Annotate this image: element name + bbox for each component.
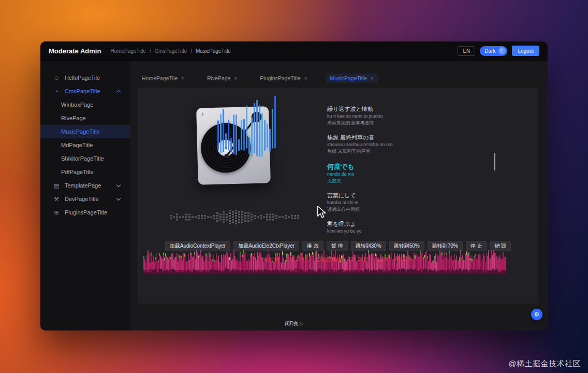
sidebar-item-winboxpage[interactable]: WinboxPage [40,98,130,111]
main-area: HomePageTile × RivePage × PluginsPageTit… [130,61,548,331]
lyric-line-romaji: ku ri kae su nami to joudou [327,113,498,120]
sidebar-item-devpagetitle[interactable]: ⚒ DevPageTitle [40,192,130,206]
seek-30-button[interactable]: 跳转到30% [351,241,386,251]
lyric-line-jp: 何度でも [327,162,498,171]
sidebar-item-label: RivePage [61,115,86,121]
total-duration: 总时长： 289.35秒 [264,256,307,263]
sidebar-item-rivepage[interactable]: RivePage [40,111,130,125]
template-icon: ▤ [53,182,60,189]
settings-gear-button[interactable]: ⚙ [531,309,542,320]
sidebar-item-label: WinboxPage [61,102,93,108]
sidebar-item-label: TemplatePage [65,182,101,189]
lyric-line-romaji: shousou saishuu re'ssha no oto [327,141,498,148]
tab-homepagetile[interactable]: HomePageTile × [138,74,188,83]
lyric-line-jp: 焦燥 最終列車の音 [327,134,498,141]
lyric-line-cn: 诉诸出心中所想 [327,206,498,213]
close-icon[interactable]: × [234,76,237,81]
window-header: Moderate Admin HomePageTitle / CmsPageTi… [40,41,548,61]
close-icon[interactable]: × [371,76,374,81]
watermark: @稀土掘金技术社区 [508,359,581,369]
seek-70-button[interactable]: 跳转到70% [428,241,463,251]
app-title: Moderate Admin [49,47,101,55]
lyric-line-cn: 周而复始的浪涛与激情 [327,120,498,126]
lyric-line-jp: 言葉にして [327,192,498,199]
sidebar-item-pdfpagetitle[interactable]: PdfPageTitle [40,165,130,179]
tab-musicpagetitle[interactable]: MusicPageTitle × [326,74,378,83]
admin-window: Moderate Admin HomePageTitle / CmsPageTi… [40,41,548,331]
tab-bar: HomePageTile × RivePage × PluginsPageTit… [130,72,548,84]
audio-spectrum-overlay [216,90,277,186]
play-button[interactable]: 播 放 [302,241,324,251]
playback-status: 总时长： 289.35秒 当前已播放： 110.31秒 进度： 38.12% [138,256,538,263]
header-actions: EN Dark ☾ Logout [458,46,539,56]
sidebar-item-label: PdfPageTitle [61,169,94,175]
lyric-group: 君を呼ぶよ kimi wo yo bu yo [327,220,498,235]
breadcrumb-item[interactable]: CmsPageTitle [155,48,187,54]
moon-icon: ☾ [498,47,506,54]
breadcrumb-separator: / [190,48,192,54]
sidebar-item-label: MusicPageTitle [61,128,100,135]
lyric-line-romaji: kimi wo yo bu yo [327,228,498,235]
stop-button[interactable]: 停 止 [466,241,487,251]
seek-50-button[interactable]: 跳转到50% [389,241,424,251]
load-audiocontext-button[interactable]: 加载AudioContextPlayer [165,241,230,251]
tab-rivepage[interactable]: RivePage × [203,74,241,83]
dev-icon: ⚒ [53,196,60,203]
breadcrumb: HomePageTitle / CmsPageTitle / MusicPage… [110,48,231,54]
progress-percent: 进度： 38.12% [378,256,412,263]
plugins-icon: ⊞ [53,209,60,216]
sidebar-item-hellopagetile[interactable]: ☺ HelloPageTile [40,71,130,84]
lyric-line-romaji: nando de mo [327,171,498,178]
window-footer-text: 闲D良♨ [285,320,303,327]
sidebar-item-label: HelloPageTile [65,75,100,81]
sidebar-item-templatepage[interactable]: ▤ TemplatePage [40,179,130,192]
sidebar-item-mdpagetitle[interactable]: MdPageTitle [40,138,130,152]
lyrics-panel: 繰り返す波と情動 ku ri kae su nami to joudou 周而复… [327,105,498,242]
cms-icon: ◔ [53,88,60,94]
language-button[interactable]: EN [458,46,475,56]
close-icon[interactable]: × [304,76,307,81]
lyric-group: 言葉にして kotoba ni shi te 诉诸出心中所想 [327,192,498,213]
chevron-down-icon [116,196,121,200]
window-body: ☺ HelloPageTile ◔ CmsPageTitle WinboxPag… [40,61,548,331]
tab-label: RivePage [207,75,231,81]
sidebar-item-label: PluginsPageTitle [65,209,107,216]
sidebar-item-musicpagetitle[interactable]: MusicPageTitle [40,125,130,138]
gear-icon: ⚙ [534,311,540,318]
logout-button[interactable]: Logout [512,46,539,56]
equalizer-visualization [170,208,300,226]
sidebar-item-label: DevPageTitle [65,196,99,202]
lyric-line-cn: 无数次 [327,178,498,184]
load-audioele2ctx-button[interactable]: 加载AudioEle2CtxPlayer [233,241,299,251]
close-icon[interactable]: × [181,76,184,81]
music-player-panel: ♪ 繰り返す波と情動 ku ri kae su nami t [138,88,538,304]
lyrics-scrollbar[interactable] [494,153,495,170]
music-note-icon: ♪ [201,110,204,117]
tab-label: MusicPageTitle [330,75,367,81]
tab-label: HomePageTile [142,75,178,81]
lyric-group: 繰り返す波と情動 ku ri kae su nami to joudou 周而复… [327,105,498,126]
desktop: Moderate Admin HomePageTitle / CmsPageTi… [0,0,588,373]
theme-toggle[interactable]: Dark ☾ [480,46,507,56]
pause-button[interactable]: 暂 停 [327,241,348,251]
sidebar-item-cmspagetitle[interactable]: ◔ CmsPageTitle [40,84,130,98]
destroy-button[interactable]: 销 毁 [490,241,511,251]
lyric-line-cn: 焦躁 末班列车的声音 [327,148,498,155]
player-controls: 加载AudioContextPlayer 加载AudioEle2CtxPlaye… [138,241,538,251]
sidebar-item-label: ShikitorPageTitle [61,155,104,162]
sidebar-item-label: MdPageTitle [61,142,93,148]
lyric-line-jp: 君を呼ぶよ [327,220,498,228]
tab-pluginspagetitle[interactable]: PluginsPageTitle × [256,74,311,83]
chevron-down-icon [116,183,121,187]
lyric-group: 焦燥 最終列車の音 shousou saishuu re'ssha no oto… [327,134,498,155]
chevron-up-icon [116,90,121,94]
sidebar-item-pluginspagetitle[interactable]: ⊞ PluginsPageTitle [40,206,130,219]
lyric-group-active: 何度でも nando de mo 无数次 [327,162,498,184]
lyric-line-jp: 繰り返す波と情動 [327,105,498,113]
tab-label: PluginsPageTitle [260,75,300,81]
lyric-line-romaji: kotoba ni shi te [327,199,498,206]
breadcrumb-separator: / [150,48,151,54]
hello-icon: ☺ [53,75,60,81]
breadcrumb-item[interactable]: HomePageTitle [110,48,146,54]
sidebar-item-shikitorpagetitle[interactable]: ShikitorPageTitle [40,152,130,165]
